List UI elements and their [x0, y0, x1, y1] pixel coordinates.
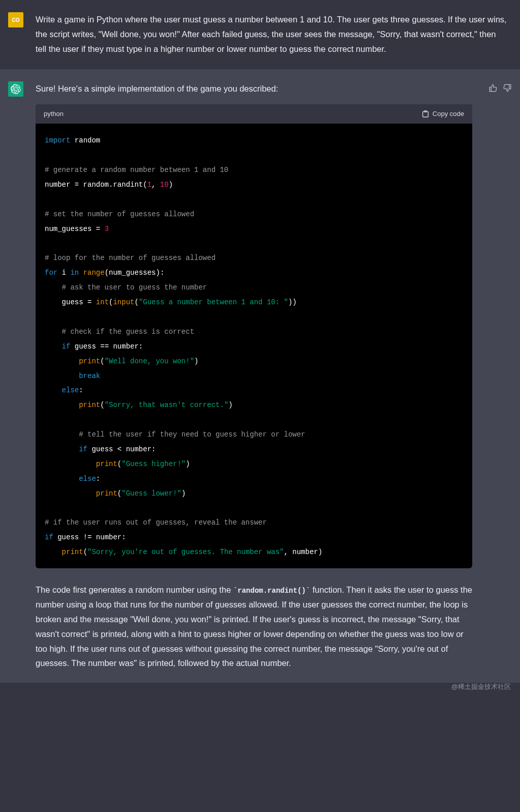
openai-logo-icon [11, 84, 21, 94]
svg-rect-0 [424, 111, 426, 112]
assistant-body: Sure! Here's a simple implementation of … [36, 81, 476, 671]
assistant-explanation: The code first generates a random number… [36, 583, 472, 671]
assistant-avatar [8, 81, 23, 97]
copy-code-label: Copy code [433, 108, 464, 120]
thumbs-down-button[interactable] [503, 83, 512, 93]
thumbs-up-icon [488, 83, 498, 93]
thumbs-down-icon [503, 83, 512, 93]
user-avatar: CO [8, 12, 23, 27]
user-message-row: CO Write a game in Python where the user… [0, 0, 520, 69]
code-header: python Copy code [36, 104, 472, 124]
code-block: python Copy code import random # generat… [36, 104, 472, 569]
thumbs-up-button[interactable] [488, 83, 498, 93]
explanation-post: function. Then it asks the user to guess… [36, 585, 472, 668]
assistant-intro-text: Sure! Here's a simple implementation of … [36, 81, 472, 96]
copy-code-button[interactable]: Copy code [421, 108, 464, 120]
user-prompt-text: Write a game in Python where the user mu… [36, 12, 512, 56]
watermark: @稀土掘金技术社区 [0, 682, 520, 694]
clipboard-icon [421, 110, 430, 118]
feedback-buttons [488, 83, 512, 671]
assistant-message-row: Sure! Here's a simple implementation of … [0, 69, 520, 684]
code-content: import random # generate a random number… [45, 136, 322, 556]
code-pre: import random # generate a random number… [36, 124, 472, 568]
code-language-label: python [44, 108, 64, 120]
inline-code: `random.randint()` [233, 587, 310, 595]
explanation-pre: The code first generates a random number… [36, 585, 233, 594]
